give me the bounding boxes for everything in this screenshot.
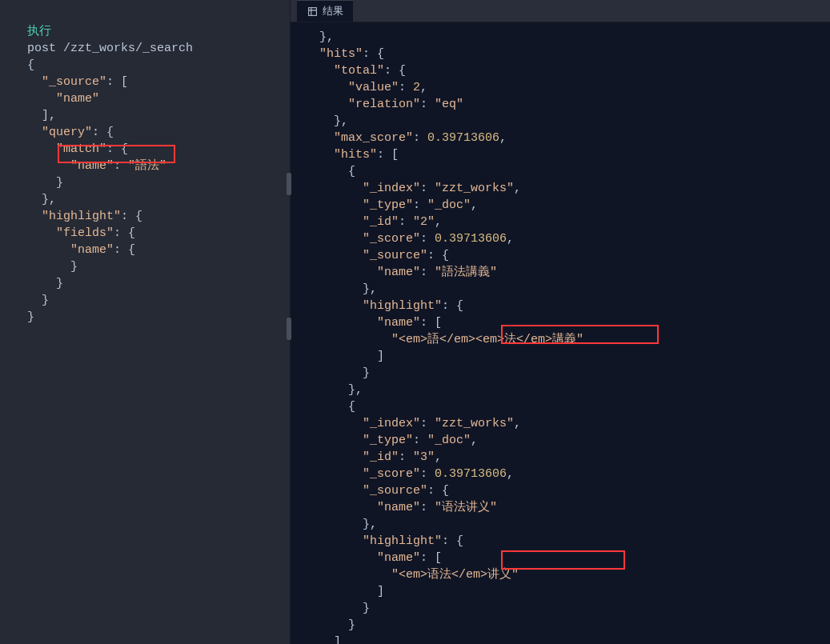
response-json[interactable]: }, "hits": { "total": { "value": 2, "rel… (291, 22, 830, 644)
results-icon (307, 6, 318, 17)
response-panel: 结果 }, "hits": { "total": { "value": 2, "… (291, 0, 830, 644)
response-tab-bar: 结果 (291, 0, 830, 22)
results-tab[interactable]: 结果 (297, 0, 353, 22)
request-code[interactable]: 执行 post /zzt_works/_search { "_source": … (0, 0, 290, 644)
request-editor-panel: 执行 post /zzt_works/_search { "_source": … (0, 0, 291, 644)
splitter-handle[interactable] (287, 318, 291, 340)
results-tab-label: 结果 (323, 4, 343, 18)
splitter-handle[interactable] (287, 173, 291, 195)
svg-rect-0 (308, 7, 316, 15)
request-line: post /zzt_works/_search (27, 42, 193, 55)
execute-link[interactable]: 执行 (27, 25, 51, 38)
